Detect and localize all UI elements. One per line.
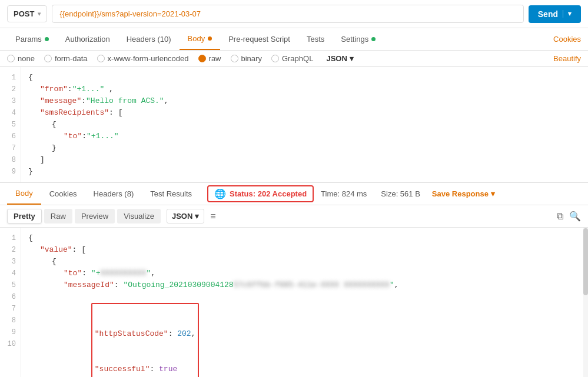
resp-line-num: 9: [0, 326, 21, 338]
resp-tab-cookies[interactable]: Cookies: [41, 184, 85, 204]
resp-line-num: 10: [0, 338, 21, 350]
resp-tab-headers[interactable]: Headers (8): [85, 184, 142, 204]
status-badge: 🌐 Status: 202 Accepted: [207, 185, 314, 202]
url-input[interactable]: [52, 5, 523, 23]
body-type-form-data[interactable]: form-data: [44, 54, 88, 63]
response-top-bar: Body Cookies Headers (8) Test Results 🌐 …: [0, 183, 588, 205]
none-label: none: [18, 54, 35, 63]
top-bar: POST ▾ Send ▾: [0, 0, 588, 28]
params-dot: [45, 37, 49, 41]
urlencoded-label: x-www-form-urlencoded: [108, 54, 189, 63]
status-globe-icon: 🌐: [214, 188, 226, 199]
resp-line-num: 5: [0, 279, 21, 291]
resp-json-arrow: ▾: [195, 212, 199, 221]
form-data-label: form-data: [55, 54, 88, 63]
body-type-raw[interactable]: raw: [198, 54, 221, 63]
resp-line-1: {: [28, 232, 581, 244]
format-btn-pretty[interactable]: Pretty: [7, 209, 42, 223]
settings-dot: [371, 37, 376, 41]
method-select[interactable]: POST ▾: [7, 5, 47, 22]
format-btn-visualize[interactable]: Visualize: [117, 209, 161, 223]
body-type-none[interactable]: none: [7, 54, 35, 63]
beautify-button[interactable]: Beautify: [553, 54, 581, 63]
code-line-5: {: [52, 119, 581, 131]
tab-pre-request-label: Pre-request Script: [228, 35, 290, 44]
form-data-radio: [44, 55, 52, 62]
tab-authorization[interactable]: Authorization: [57, 29, 118, 49]
line-num: 7: [0, 142, 21, 154]
tab-pre-request-script[interactable]: Pre-request Script: [220, 29, 298, 49]
tab-settings[interactable]: Settings: [333, 29, 384, 49]
time-meta: Time: 824 ms: [314, 189, 374, 198]
resp-right-icons: ⧉ 🔍: [557, 211, 581, 222]
body-dot: [208, 36, 212, 41]
resp-tab-body[interactable]: Body: [7, 183, 41, 205]
line-num: 9: [0, 166, 21, 178]
tab-tests[interactable]: Tests: [298, 29, 333, 49]
resp-cookies-label: Cookies: [49, 189, 77, 198]
code-line-4: "smsRecipients": [: [40, 107, 581, 119]
scrollbar-thumb: [583, 228, 588, 296]
resp-line-num: 2: [0, 244, 21, 256]
resp-body-label: Body: [15, 189, 33, 198]
save-response-button[interactable]: Save Response ▾: [427, 189, 500, 198]
line-num: 1: [0, 72, 21, 84]
resp-line-5: "messageId": "Outgoing_2021030900412857c…: [64, 279, 581, 291]
body-type-urlencoded[interactable]: x-www-form-urlencoded: [97, 54, 189, 63]
code-line-8: ]: [40, 154, 581, 166]
urlencoded-radio: [97, 55, 105, 62]
resp-line-6-inner: "httpStatusCode": 202,: [95, 328, 196, 340]
format-btn-raw[interactable]: Raw: [44, 209, 72, 223]
resp-line-num: 1: [0, 232, 21, 244]
resp-line-2: "value": [: [40, 244, 581, 256]
response-format-bar: Pretty Raw Preview Visualize JSON ▾ ≡ ⧉ …: [0, 205, 588, 228]
resp-test-results-label: Test Results: [150, 189, 192, 198]
filter-icon[interactable]: ≡: [210, 211, 215, 222]
send-button[interactable]: Send ▾: [529, 5, 581, 23]
body-type-graphql[interactable]: GraphQL: [271, 54, 313, 63]
json-format-label: JSON: [326, 54, 347, 63]
tab-body[interactable]: Body: [180, 28, 221, 50]
tab-tests-label: Tests: [307, 35, 324, 44]
resp-line-7: "successful": true: [95, 363, 196, 375]
format-btn-preview[interactable]: Preview: [75, 209, 115, 223]
save-response-label: Save Response: [432, 189, 489, 198]
code-line-2: "from":"+1..." ,: [40, 84, 581, 95]
code-line-9: }: [28, 166, 581, 178]
response-code-area: 1 2 3 4 5 6 7 8 9 10 { "value": [ { "to"…: [0, 228, 588, 377]
tab-params[interactable]: Params: [7, 29, 57, 49]
request-code-content[interactable]: { "from":"+1..." , "message":"Hello from…: [21, 67, 588, 182]
code-line-3: "message":"Hello from ACS.",: [40, 95, 581, 107]
resp-line-4: "to": "+XXXXXXXXXX",: [64, 268, 581, 279]
resp-line-num: 3: [0, 256, 21, 268]
send-dropdown-arrow: ▾: [563, 10, 572, 18]
line-num: 2: [0, 84, 21, 95]
search-icon[interactable]: 🔍: [569, 211, 581, 222]
graphql-label: GraphQL: [282, 54, 313, 63]
graphql-radio: [271, 55, 279, 62]
response-line-numbers: 1 2 3 4 5 6 7 8 9 10: [0, 228, 21, 377]
resp-headers-label: Headers (8): [94, 189, 134, 198]
resp-tab-test-results[interactable]: Test Results: [142, 184, 200, 204]
tab-headers-label: Headers (10): [127, 35, 171, 44]
send-label: Send: [538, 9, 563, 19]
tab-authorization-label: Authorization: [65, 35, 110, 44]
status-text: Status: 202 Accepted: [230, 189, 307, 198]
tab-headers[interactable]: Headers (10): [118, 29, 180, 49]
cookies-link[interactable]: Cookies: [553, 29, 581, 49]
json-format-select[interactable]: JSON ▾: [326, 54, 353, 63]
vertical-scrollbar[interactable]: [583, 228, 588, 377]
line-num: 6: [0, 131, 21, 142]
resp-json-select[interactable]: JSON ▾: [167, 209, 204, 223]
body-type-binary[interactable]: binary: [231, 54, 262, 63]
request-line-numbers: 1 2 3 4 5 6 7 8 9: [0, 67, 21, 182]
binary-label: binary: [241, 54, 262, 63]
resp-line-6: "httpStatusCode": 202, "successful": tru…: [64, 291, 581, 377]
raw-radio: [198, 55, 206, 62]
response-code-content[interactable]: { "value": [ { "to": "+XXXXXXXXXX", "mes…: [21, 228, 588, 377]
json-format-arrow: ▾: [350, 54, 354, 63]
copy-icon[interactable]: ⧉: [557, 211, 563, 222]
request-tab-bar: Params Authorization Headers (10) Body P…: [0, 28, 588, 51]
method-label: POST: [14, 9, 34, 18]
resp-line-num: 8: [0, 315, 21, 326]
